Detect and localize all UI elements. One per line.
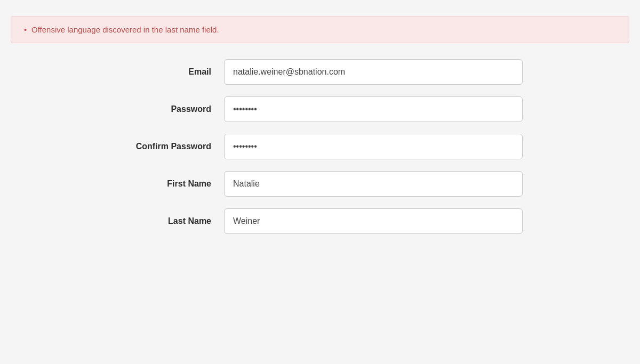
label-first_name: First Name: [117, 179, 224, 189]
label-password: Password: [117, 104, 224, 114]
error-list: Offensive language discovered in the las…: [22, 25, 618, 34]
form-row-email: Email: [117, 59, 523, 85]
page-container: Offensive language discovered in the las…: [11, 16, 629, 246]
label-email: Email: [117, 67, 224, 77]
input-confirm_password[interactable]: [224, 134, 523, 159]
input-password[interactable]: [224, 96, 523, 122]
error-banner: Offensive language discovered in the las…: [11, 16, 629, 43]
label-last_name: Last Name: [117, 216, 224, 226]
form-row-confirm_password: Confirm Password: [117, 134, 523, 159]
input-last_name[interactable]: [224, 208, 523, 234]
form-row-password: Password: [117, 96, 523, 122]
form-row-last_name: Last Name: [117, 208, 523, 234]
form-row-first_name: First Name: [117, 171, 523, 197]
form-container: EmailPasswordConfirm PasswordFirst NameL…: [117, 59, 523, 234]
error-message: Offensive language discovered in the las…: [22, 25, 618, 34]
input-email[interactable]: [224, 59, 523, 85]
label-confirm_password: Confirm Password: [117, 142, 224, 151]
input-first_name[interactable]: [224, 171, 523, 197]
